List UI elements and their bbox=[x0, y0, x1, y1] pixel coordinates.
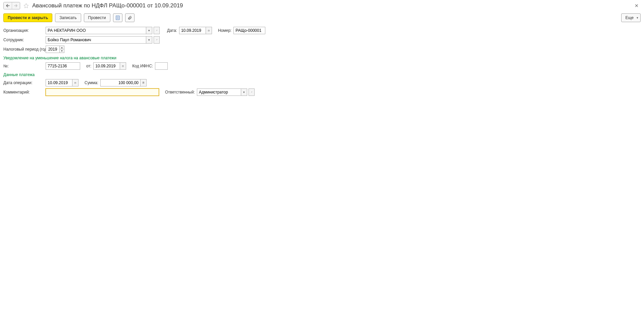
responsible-open-icon[interactable] bbox=[249, 88, 255, 96]
responsible-label: Ответственный: bbox=[165, 90, 195, 95]
date-label: Дата: bbox=[167, 28, 177, 33]
svg-point-23 bbox=[144, 83, 144, 83]
svg-rect-4 bbox=[208, 30, 209, 31]
tax-period-label: Налоговый период (год): bbox=[3, 47, 44, 52]
notification-no-input[interactable] bbox=[46, 62, 80, 70]
sum-input[interactable] bbox=[100, 79, 141, 86]
tax-period-input[interactable] bbox=[46, 46, 60, 53]
tax-period-down-icon[interactable]: ▼ bbox=[60, 49, 64, 53]
operation-date-calendar-icon[interactable] bbox=[72, 79, 78, 86]
register-movements-button[interactable] bbox=[113, 13, 122, 22]
organization-dropdown-icon[interactable]: ▾ bbox=[146, 27, 152, 34]
svg-rect-8 bbox=[122, 65, 124, 67]
employee-open-icon[interactable] bbox=[154, 36, 160, 44]
svg-rect-12 bbox=[74, 82, 76, 83]
svg-point-20 bbox=[144, 83, 144, 83]
tax-period-up-icon[interactable]: ▲ bbox=[60, 46, 64, 49]
organization-open-icon[interactable] bbox=[154, 27, 160, 34]
post-and-close-button[interactable]: Провести и закрыть bbox=[3, 13, 52, 22]
organization-input[interactable] bbox=[46, 27, 146, 34]
post-button[interactable]: Провести bbox=[84, 13, 110, 22]
notification-from-calendar-icon[interactable] bbox=[120, 62, 126, 70]
payment-section-title: Данные платежа bbox=[3, 72, 641, 77]
forward-button[interactable] bbox=[12, 2, 20, 9]
date-calendar-icon[interactable] bbox=[206, 27, 212, 34]
nav-buttons bbox=[3, 2, 20, 9]
ifns-input[interactable] bbox=[155, 62, 168, 70]
sum-calculator-icon[interactable] bbox=[141, 79, 147, 86]
svg-point-18 bbox=[143, 83, 143, 83]
comment-label: Комментарий: bbox=[3, 90, 44, 95]
more-button[interactable]: Еще bbox=[621, 13, 641, 22]
back-button[interactable] bbox=[4, 2, 12, 9]
save-button[interactable]: Записать bbox=[55, 13, 81, 22]
notification-from-label: от: bbox=[86, 64, 91, 68]
favorite-star-icon[interactable] bbox=[23, 2, 30, 9]
operation-date-input[interactable] bbox=[46, 79, 72, 86]
ifns-label: Код ИФНС: bbox=[132, 64, 153, 68]
employee-dropdown-icon[interactable]: ▾ bbox=[146, 36, 152, 44]
number-input[interactable] bbox=[233, 27, 265, 34]
responsible-input[interactable] bbox=[197, 88, 241, 96]
organization-label: Организация: bbox=[3, 28, 44, 33]
toolbar: Провести и закрыть Записать Провести Еще bbox=[3, 13, 641, 22]
svg-point-22 bbox=[143, 83, 144, 83]
employee-label: Сотрудник: bbox=[3, 38, 44, 42]
notification-from-input[interactable] bbox=[93, 62, 120, 70]
number-label: Номер: bbox=[218, 28, 231, 33]
svg-rect-17 bbox=[143, 82, 144, 82]
svg-point-21 bbox=[143, 83, 143, 83]
svg-point-19 bbox=[143, 83, 144, 83]
notification-no-label: №: bbox=[3, 64, 44, 68]
notification-section-title: Уведомление на уменьшение налога на аван… bbox=[3, 56, 641, 60]
close-icon[interactable]: ✕ bbox=[633, 2, 641, 9]
date-input[interactable] bbox=[179, 27, 206, 34]
comment-input[interactable] bbox=[46, 88, 159, 96]
employee-input[interactable] bbox=[46, 36, 146, 44]
responsible-dropdown-icon[interactable]: ▾ bbox=[241, 88, 247, 96]
page-title: Авансовый платеж по НДФЛ РАЩо-000001 от … bbox=[32, 2, 631, 9]
sum-label: Сумма: bbox=[85, 80, 98, 85]
operation-date-label: Дата операции: bbox=[3, 80, 44, 85]
attachments-button[interactable] bbox=[125, 13, 135, 22]
